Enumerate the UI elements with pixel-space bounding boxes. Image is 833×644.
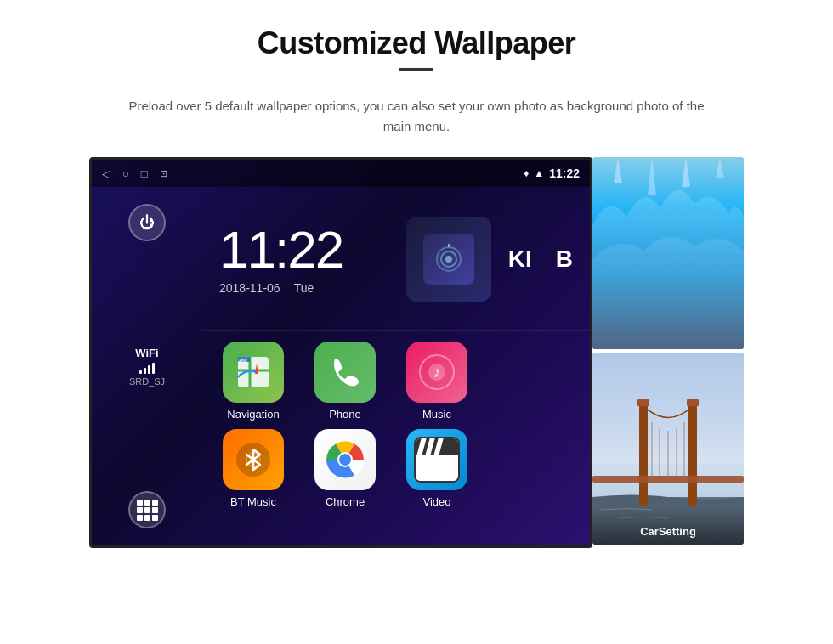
apps-row-2: BT Music (211, 429, 581, 508)
status-bar: ◁ ○ □ ⊡ ♦ ▲ 11:22 (92, 160, 590, 187)
android-screen: ◁ ○ □ ⊡ ♦ ▲ 11:22 ⏻ WiFi (89, 157, 592, 548)
wallpaper-bridge-thumb[interactable]: CarSetting (592, 353, 744, 545)
wifi-info: WiFi SRD_SJ (129, 347, 165, 387)
bridge-wallpaper: CarSetting (592, 353, 744, 545)
clock-text: 11:22 2018-11-06 Tue (219, 223, 389, 295)
power-button[interactable]: ⏻ (128, 204, 166, 241)
clapper-bottom (416, 455, 458, 481)
status-time: 11:22 (549, 167, 580, 180)
title-underline (400, 68, 434, 71)
bt-music-icon (223, 429, 284, 490)
svg-point-2 (445, 256, 452, 263)
navigation-icon: 280 (223, 342, 284, 403)
svg-rect-27 (638, 399, 649, 406)
wifi-status-icon: ▲ (534, 167, 544, 179)
back-icon[interactable]: ◁ (102, 167, 110, 180)
content-row: ◁ ○ □ ⊡ ♦ ▲ 11:22 ⏻ WiFi (51, 157, 782, 548)
screenshot-icon[interactable]: ⊡ (160, 168, 167, 179)
maps-svg: 280 (233, 352, 274, 393)
app-video[interactable]: Video (394, 429, 479, 508)
page-title: Customized Wallpaper (258, 25, 576, 61)
app-navigation[interactable]: 280 Navigation (211, 342, 296, 421)
clapper-top (416, 438, 458, 455)
chrome-icon (314, 429, 376, 490)
wallpapers-column: CarSetting (592, 157, 744, 545)
grid-dot (144, 515, 150, 521)
power-icon: ⏻ (139, 214, 155, 232)
title-section: Customized Wallpaper (258, 25, 576, 71)
app-navigation-label: Navigation (227, 408, 279, 421)
app-phone[interactable]: Phone (303, 342, 388, 421)
clapper-stripe (434, 438, 443, 455)
music-svg: ♪ (418, 353, 456, 391)
apps-row-1: 280 Navigation (211, 342, 581, 421)
grid-dot (144, 507, 150, 513)
status-right: ♦ ▲ 11:22 (524, 167, 580, 180)
video-icon (406, 429, 468, 490)
bar-4 (152, 363, 155, 374)
location-icon: ♦ (524, 167, 529, 179)
left-sidebar: ⏻ WiFi SRD_SJ (92, 187, 202, 545)
grid-dot (144, 500, 150, 506)
grid-dot (137, 507, 143, 513)
wifi-signal-bars (129, 362, 165, 374)
clapperboard-icon (414, 437, 460, 483)
grid-dot (137, 515, 143, 521)
radio-widget[interactable] (406, 217, 491, 302)
recents-icon[interactable]: □ (141, 167, 148, 180)
ki-label: KI (508, 246, 532, 273)
antenna-icon (434, 244, 464, 274)
apps-section: 280 Navigation (202, 331, 590, 527)
bar-3 (148, 365, 150, 374)
b-label: B (556, 246, 573, 273)
page-subtitle: Preload over 5 default wallpaper options… (119, 96, 714, 137)
grid-dot (137, 500, 143, 506)
app-bt-music-label: BT Music (230, 495, 276, 508)
wallpaper-ice-thumb[interactable] (592, 157, 744, 349)
chrome-svg (325, 439, 366, 480)
grid-dot (152, 500, 158, 506)
svg-rect-25 (639, 404, 648, 506)
wifi-label: WiFi (129, 347, 165, 359)
main-content: 11:22 2018-11-06 Tue (202, 187, 590, 545)
grid-dot (152, 507, 158, 513)
svg-rect-26 (688, 404, 697, 506)
ice-wallpaper (592, 157, 744, 349)
wifi-ssid: SRD_SJ (129, 376, 165, 387)
app-video-label: Video (422, 495, 450, 508)
clock-time: 11:22 (219, 223, 389, 276)
bt-svg (235, 441, 272, 478)
music-icon: ♪ (406, 342, 468, 403)
carsetting-label: CarSetting (592, 508, 744, 545)
svg-rect-28 (687, 399, 699, 406)
phone-svg (328, 355, 362, 389)
page-container: Customized Wallpaper Preload over 5 defa… (0, 0, 833, 644)
grid-icon (137, 500, 158, 521)
svg-text:280: 280 (239, 358, 246, 363)
grid-dot (152, 515, 158, 521)
radio-icon (423, 234, 474, 285)
clock-section: 11:22 2018-11-06 Tue (202, 187, 590, 331)
app-bt-music[interactable]: BT Music (211, 429, 296, 508)
clock-date: 2018-11-06 Tue (219, 281, 389, 295)
phone-icon (314, 342, 376, 403)
home-icon[interactable]: ○ (122, 167, 129, 180)
app-music[interactable]: ♪ Music (394, 342, 479, 421)
bar-2 (144, 368, 146, 374)
svg-text:♪: ♪ (434, 364, 441, 381)
svg-rect-29 (592, 476, 744, 483)
app-chrome[interactable]: Chrome (303, 429, 388, 508)
bar-1 (139, 370, 142, 374)
app-drawer-button[interactable] (128, 491, 166, 528)
app-phone-label: Phone (329, 408, 361, 421)
app-chrome-label: Chrome (326, 495, 365, 508)
ice-svg (592, 157, 744, 349)
svg-point-16 (339, 454, 351, 466)
nav-buttons: ◁ ○ □ ⊡ (102, 167, 167, 180)
clock-day: Tue (294, 281, 314, 295)
app-music-label: Music (422, 408, 451, 421)
clock-date-value: 2018-11-06 (219, 281, 280, 295)
